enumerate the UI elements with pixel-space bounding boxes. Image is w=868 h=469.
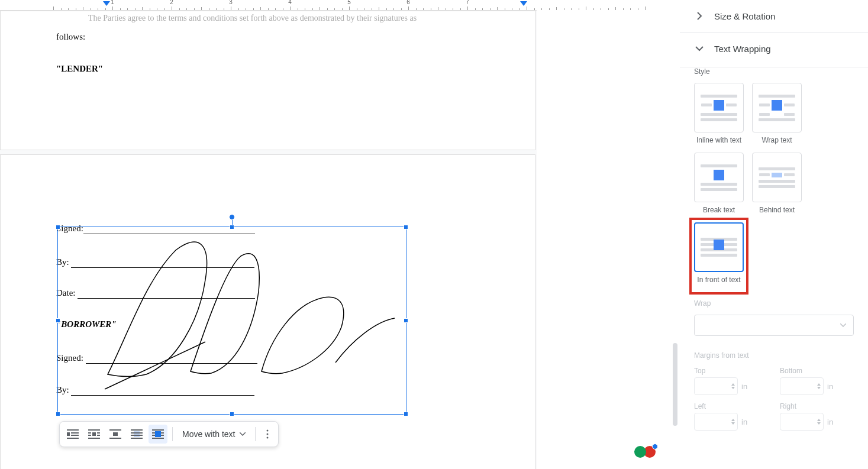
- style-label: Style: [694, 67, 854, 76]
- svg-point-27: [267, 437, 269, 439]
- size-rotation-section-header[interactable]: Size & Rotation: [694, 11, 854, 21]
- margin-top-label: Top: [694, 367, 768, 375]
- resize-handle[interactable]: [56, 225, 60, 229]
- in-front-text-button[interactable]: [149, 425, 167, 444]
- resize-handle[interactable]: [404, 318, 408, 323]
- style-inline-with-text[interactable]: Inline with text: [694, 83, 744, 144]
- move-with-text-dropdown[interactable]: Move with text: [176, 429, 251, 439]
- document-page[interactable]: The Parties agree to the terms and condi…: [0, 11, 535, 150]
- main-scrollbar[interactable]: [673, 343, 679, 461]
- resize-handle[interactable]: [230, 225, 234, 229]
- rotate-handle[interactable]: [229, 214, 235, 220]
- wrap-dropdown: [694, 315, 854, 336]
- toolbar-separator: [172, 427, 173, 441]
- document-canvas: The Parties agree to the terms and condi…: [0, 11, 537, 469]
- toolbar-separator: [255, 427, 256, 441]
- chevron-down-icon: [240, 432, 246, 436]
- svg-rect-16: [131, 429, 143, 431]
- explore-badges: [634, 446, 656, 458]
- image-options-panel: Size & Rotation Text Wrapping Style Inli…: [680, 0, 868, 469]
- style-in-front-of-text[interactable]: In front of text: [694, 222, 744, 284]
- svg-point-26: [267, 434, 269, 435]
- resize-handle[interactable]: [404, 412, 408, 416]
- svg-rect-11: [88, 438, 100, 439]
- chevron-right-icon: [694, 11, 705, 21]
- text-wrapping-label: Text Wrapping: [714, 44, 771, 54]
- plus-icon: [652, 444, 658, 449]
- image-floating-toolbar: Move with text: [59, 421, 279, 447]
- svg-rect-20: [152, 429, 164, 431]
- resize-handle[interactable]: [56, 412, 60, 416]
- unit-label: in: [741, 418, 747, 426]
- svg-rect-18: [131, 435, 143, 436]
- move-dropdown-label: Move with text: [182, 429, 235, 439]
- wrap-label: Wrap: [694, 299, 854, 308]
- svg-rect-4: [67, 438, 79, 439]
- style-break-text[interactable]: Break text: [694, 153, 744, 214]
- horizontal-ruler[interactable]: 1234567: [0, 0, 537, 11]
- svg-rect-12: [109, 429, 121, 431]
- resize-handle[interactable]: [404, 225, 408, 229]
- svg-rect-23: [152, 438, 164, 439]
- break-text-button[interactable]: [106, 425, 125, 444]
- style-wrap-text[interactable]: Wrap text: [752, 83, 802, 144]
- svg-rect-6: [92, 432, 96, 436]
- scrollbar-thumb[interactable]: [673, 343, 677, 426]
- margin-right-input: [780, 413, 824, 431]
- resize-handle[interactable]: [230, 412, 234, 416]
- margin-bottom-label: Bottom: [780, 367, 854, 375]
- inline-wrap-button[interactable]: [63, 425, 82, 444]
- svg-rect-3: [71, 435, 79, 436]
- style-inline-label: Inline with text: [696, 136, 741, 144]
- svg-rect-14: [109, 438, 121, 439]
- wrap-text-button[interactable]: [85, 425, 104, 444]
- svg-rect-7: [88, 432, 91, 434]
- unit-label: in: [827, 418, 833, 426]
- svg-point-25: [267, 430, 269, 432]
- svg-rect-15: [134, 431, 140, 437]
- svg-rect-1: [67, 432, 70, 436]
- svg-rect-5: [88, 429, 100, 431]
- lender-label[interactable]: "LENDER": [56, 64, 103, 74]
- image-selection-box[interactable]: [57, 227, 406, 415]
- style-break-label: Break text: [703, 206, 735, 214]
- more-vert-icon: [266, 429, 269, 439]
- svg-rect-17: [131, 432, 143, 434]
- more-options-button[interactable]: [259, 425, 276, 444]
- margin-left-label: Left: [694, 402, 768, 410]
- style-wrap-label: Wrap text: [761, 136, 792, 144]
- chevron-down-icon: [840, 324, 846, 327]
- unit-label: in: [741, 382, 747, 391]
- body-text[interactable]: The Parties agree to the terms and condi…: [88, 14, 417, 23]
- behind-text-button[interactable]: [127, 425, 146, 444]
- margin-top-input: [694, 377, 738, 395]
- text-wrapping-section-header[interactable]: Text Wrapping: [694, 43, 854, 54]
- svg-rect-13: [113, 432, 118, 436]
- chevron-down-icon: [694, 43, 705, 54]
- style-behind-label: Behind text: [759, 206, 795, 214]
- svg-rect-10: [97, 435, 100, 436]
- resize-handle[interactable]: [56, 318, 60, 323]
- svg-rect-9: [88, 435, 91, 436]
- margin-left-input: [694, 413, 738, 431]
- ruler-indent-right[interactable]: [520, 1, 527, 6]
- unit-label: in: [827, 382, 833, 391]
- margin-right-label: Right: [780, 402, 854, 410]
- margins-label: Margins from text: [694, 351, 854, 360]
- size-rotation-label: Size & Rotation: [714, 11, 775, 21]
- margin-bottom-input: [780, 377, 824, 395]
- style-behind-text[interactable]: Behind text: [752, 153, 802, 214]
- badge-green[interactable]: [634, 446, 646, 458]
- body-text[interactable]: follows:: [56, 32, 85, 42]
- svg-rect-0: [67, 429, 79, 431]
- svg-rect-2: [71, 432, 79, 434]
- ruler-indent-left[interactable]: [103, 1, 110, 6]
- svg-rect-19: [131, 438, 143, 439]
- svg-rect-24: [155, 431, 161, 437]
- svg-rect-8: [97, 432, 100, 434]
